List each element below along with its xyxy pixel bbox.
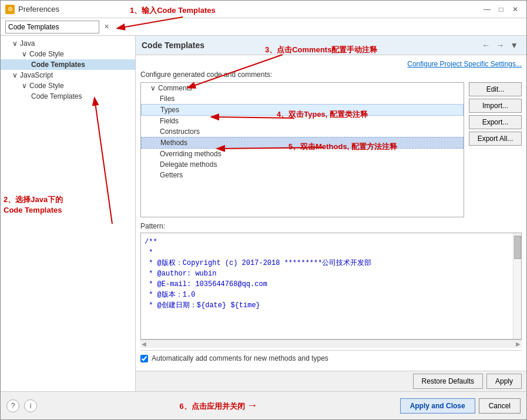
templates-area: ∨ Comments Files Types Fields [140,82,522,217]
toggle-icon: ∨ [12,39,18,48]
help-icon[interactable]: ? [6,399,19,412]
search-input[interactable] [5,21,99,33]
tree-item-methods[interactable]: Methods [141,137,464,149]
tree-item-getters[interactable]: Getters [141,170,464,180]
panel-header: Code Templates ← → ▼ [136,36,526,55]
right-panel: Code Templates ← → ▼ Configure Project S… [136,36,526,391]
checkbox-label: Automatically add comments for new metho… [152,354,328,362]
pattern-scrollbar[interactable] [513,233,521,339]
sidebar-item-javascript[interactable]: ∨ JavaScript [1,70,135,80]
sidebar-item-code-style-js[interactable]: ∨ Code Style [1,80,135,91]
nav-back-button[interactable]: ← [479,39,492,51]
main-content: ∨ Java ∨ Code Style Code Templates ∨ Jav… [1,36,526,391]
nav-forward-button[interactable]: → [494,39,506,51]
pattern-textarea[interactable]: /** * * @版权：Copyright (c) 2017-2018 ****… [141,233,513,339]
info-icon[interactable]: i [24,399,37,412]
tree-item-comments[interactable]: ∨ Comments [141,83,464,93]
nav-dropdown-button[interactable]: ▼ [508,39,521,51]
toggle-icon: ∨ [22,50,27,58]
tree-item-overriding[interactable]: Overriding methods [141,149,464,159]
sidebar-item-code-templates-js[interactable]: Code Templates [1,91,135,102]
restore-defaults-button[interactable]: Restore Defaults [413,374,483,389]
window-controls: — □ ✕ [481,3,522,16]
export-button[interactable]: Export... [469,115,522,129]
import-button[interactable]: Import... [469,99,522,113]
annotation-6: 6、点击应用并关闭 → [37,399,400,412]
sidebar-item-java[interactable]: ∨ Java [1,38,135,49]
sidebar-item-code-templates-java[interactable]: Code Templates [1,59,135,70]
edit-button[interactable]: Edit... [469,82,522,96]
title-bar: ⚙ Preferences — □ ✕ [1,1,526,18]
preferences-window: ⚙ Preferences — □ ✕ ✕ ∨ Java ∨ Code Styl… [0,0,527,420]
window-title: Preferences [18,5,59,14]
search-clear-button[interactable]: ✕ [102,22,112,31]
footer-left: ? i [6,399,37,412]
maximize-button[interactable]: □ [495,3,508,16]
auto-comments-checkbox[interactable] [140,355,148,362]
sidebar-item-code-style-java[interactable]: ∨ Code Style [1,49,135,59]
footer: ? i 6、点击应用并关闭 → Apply and Close Cancel [1,391,526,419]
checkbox-row: Automatically add comments for new metho… [140,350,522,366]
close-button[interactable]: ✕ [509,3,522,16]
sidebar: ∨ Java ∨ Code Style Code Templates ∨ Jav… [1,36,136,391]
minimize-button[interactable]: — [481,3,494,16]
search-bar: ✕ [1,18,526,36]
title-bar-left: ⚙ Preferences [5,5,59,14]
tree-panel: ∨ Comments Files Types Fields [140,82,464,217]
apply-close-button[interactable]: Apply and Close [400,398,475,414]
tree-item-fields[interactable]: Fields [141,116,464,126]
app-icon: ⚙ [5,5,15,14]
panel-title: Code Templates [142,41,204,50]
toggle-icon: ∨ [12,71,18,79]
cancel-button[interactable]: Cancel [479,398,521,414]
pattern-label: Pattern: [140,222,522,230]
toggle-icon: ∨ [150,84,156,92]
action-buttons: Edit... Import... Export... Export All..… [469,82,522,217]
configure-project-link[interactable]: Configure Project Specific Settings... [140,60,522,68]
tree-item-delegate[interactable]: Delegate methods [141,159,464,170]
pattern-container: /** * * @版权：Copyright (c) 2017-2018 ****… [140,233,522,340]
horizontal-scrollbar[interactable]: ◀ ▶ [140,340,522,348]
panel-body: Configure Project Specific Settings... C… [136,55,526,371]
apply-button[interactable]: Apply [486,374,522,389]
configure-description: Configure generated code and comments: [140,70,522,79]
bottom-buttons-row: Restore Defaults Apply [136,371,526,391]
toggle-icon: ∨ [22,82,27,90]
footer-right: Apply and Close Cancel [400,398,521,414]
tree-item-constructors[interactable]: Constructors [141,126,464,137]
tree-item-files[interactable]: Files [141,93,464,104]
scrollbar-thumb [514,236,521,259]
nav-buttons: ← → ▼ [479,39,521,51]
export-all-button[interactable]: Export All... [469,132,522,146]
tree-item-types[interactable]: Types [141,104,464,116]
pattern-section: Pattern: /** * * @版权：Copyright (c) 2017-… [140,222,522,348]
